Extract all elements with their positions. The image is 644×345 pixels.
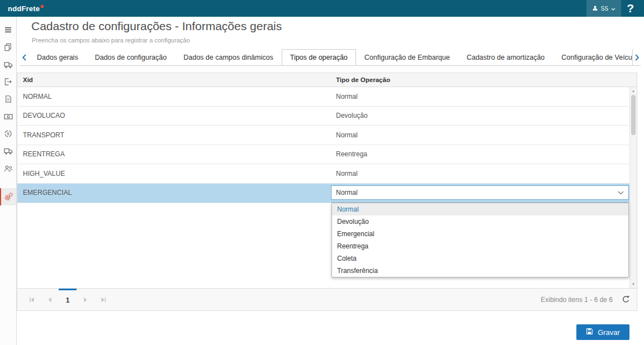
grid-header: Xid Tipo de Operação (17, 73, 637, 87)
last-page-button[interactable] (94, 289, 112, 310)
sidebar-item-copy[interactable] (0, 39, 16, 56)
grid-body: NORMAL Normal DEVOLUCAO Devolução TRANSP… (17, 87, 637, 288)
tabstrip: Dados gerais Dados de configuração Dados… (20, 49, 641, 66)
sidebar-spacer (0, 177, 16, 188)
menu-icon (4, 26, 12, 33)
brand-text: nddFrete (8, 4, 40, 13)
current-page[interactable]: 1 (59, 289, 77, 310)
sidebar-item-export[interactable] (0, 73, 16, 90)
truck-icon (4, 61, 13, 69)
column-header-xid[interactable]: Xid (17, 73, 330, 87)
tab-config-veiculos[interactable]: Configuração de Veículos (553, 49, 641, 65)
cell-tipo: Normal (330, 87, 629, 106)
table-row-devolucao[interactable]: DEVOLUCAO Devolução (17, 107, 629, 126)
tab-tipos-operacao[interactable]: Tipos de operação (282, 49, 356, 65)
sidebar-item-documents[interactable] (0, 90, 16, 108)
scrollbar-thumb[interactable] (631, 95, 636, 135)
money-icon (4, 113, 13, 121)
sidebar: $ (0, 17, 17, 345)
dollar-sync-icon: $ (4, 130, 12, 138)
help-button[interactable]: ? (621, 0, 640, 17)
cell-xid: REENTREGA (17, 145, 330, 164)
table-row-normal[interactable]: NORMAL Normal (17, 87, 629, 107)
table-row-emergencial[interactable]: EMERGENCIAL Normal (17, 184, 629, 203)
app-logo[interactable]: nddFrete (8, 4, 44, 13)
tipo-operacao-combobox[interactable]: Normal (331, 185, 629, 200)
user-menu[interactable]: SS (586, 0, 621, 17)
page-title: Cadastro de configurações - Informações … (31, 20, 282, 33)
tabs-viewport: Dados gerais Dados de configuração Dados… (29, 49, 641, 65)
brand-flag-icon (41, 5, 44, 8)
page-subtitle: Preencha os campos abaixo para registrar… (32, 37, 190, 44)
first-page-button[interactable] (23, 289, 41, 310)
chevron-down-icon (611, 6, 615, 12)
sidebar-item-users[interactable] (0, 160, 16, 177)
settings-gears-icon (4, 192, 13, 202)
cell-xid: DEVOLUCAO (17, 107, 330, 126)
topbar-right: SS ? (586, 0, 640, 17)
operations-grid: Xid Tipo de Operação NORMAL Normal DEVOL… (17, 73, 637, 311)
table-row-high-value[interactable]: HIGH_VALUE Normal (17, 164, 629, 184)
cell-xid: NORMAL (17, 87, 330, 106)
user-icon (592, 5, 598, 12)
save-button-label: Gravar (598, 328, 620, 337)
topbar: nddFrete SS ? (0, 0, 644, 17)
pager: 1 Exibindo itens 1 - 6 de 6 (17, 288, 637, 310)
cell-tipo: Normal (330, 164, 629, 183)
users-icon (4, 165, 13, 172)
column-header-tipo-operacao[interactable]: Tipo de Operação (330, 73, 637, 87)
sidebar-item-billing[interactable] (0, 108, 16, 125)
cell-tipo-editor: Normal (330, 184, 629, 203)
tab-cadastro-amortizacao[interactable]: Cadastro de amortização (458, 49, 553, 65)
next-page-button[interactable] (77, 289, 94, 310)
tab-campos-dinamicos[interactable]: Dados de campos dinâmicos (175, 49, 282, 65)
cell-tipo: Normal (330, 126, 629, 145)
save-floppy-icon (586, 328, 593, 337)
sidebar-item-settings[interactable] (0, 188, 16, 205)
dropdown-option-transferencia[interactable]: Transferência (332, 265, 628, 277)
copy-pages-icon (4, 43, 12, 51)
dropdown-option-coleta[interactable]: Coleta (332, 252, 628, 265)
tabs-scroll-right-button[interactable] (632, 49, 641, 65)
save-button[interactable]: Gravar (576, 324, 629, 340)
cell-tipo: Devolução (330, 107, 629, 126)
scroll-up-icon[interactable]: ▲ (630, 88, 637, 94)
combobox-value: Normal (336, 189, 358, 197)
svg-text:$: $ (7, 131, 10, 136)
tabs-scroll-left-button[interactable] (20, 49, 29, 65)
delivery-truck-icon (4, 147, 13, 155)
main-content: Cadastro de configurações - Informações … (17, 17, 644, 345)
sidebar-item-delivery[interactable] (0, 142, 16, 160)
dropdown-option-normal[interactable]: Normal (332, 203, 628, 215)
tipo-operacao-dropdown-list: Normal Devolução Emergencial Reentrega C… (332, 203, 629, 277)
sidebar-item-payments[interactable]: $ (0, 125, 16, 142)
cell-tipo: Reentrega (330, 145, 629, 164)
cell-xid: TRANSPORT (17, 126, 330, 145)
vertical-scrollbar[interactable]: ▲ ▼ (629, 87, 637, 288)
chevron-down-icon[interactable] (618, 191, 624, 195)
cell-xid: HIGH_VALUE (17, 164, 330, 183)
tab-dados-configuracao[interactable]: Dados de configuração (87, 49, 176, 65)
scroll-down-icon[interactable]: ▼ (630, 281, 637, 288)
pager-status: Exibindo itens 1 - 6 de 6 (541, 296, 613, 304)
dropdown-option-emergencial[interactable]: Emergencial (332, 228, 628, 240)
table-row-reentrega[interactable]: REENTREGA Reentrega (17, 145, 629, 165)
table-row-transport[interactable]: TRANSPORT Normal (17, 126, 629, 145)
sidebar-item-freight[interactable] (0, 56, 16, 73)
cell-xid: EMERGENCIAL (17, 184, 330, 203)
dropdown-option-reentrega[interactable]: Reentrega (332, 240, 628, 252)
dropdown-option-devolucao[interactable]: Devolução (332, 215, 628, 228)
user-initials: SS (601, 6, 608, 12)
sidebar-item-menu[interactable] (0, 21, 16, 39)
document-icon (4, 95, 12, 103)
prev-page-button[interactable] (41, 289, 59, 310)
tab-config-embarque[interactable]: Configuração de Embarque (356, 49, 458, 65)
tab-dados-gerais[interactable]: Dados gerais (29, 49, 87, 65)
refresh-icon[interactable] (622, 295, 631, 304)
export-icon (4, 78, 12, 86)
